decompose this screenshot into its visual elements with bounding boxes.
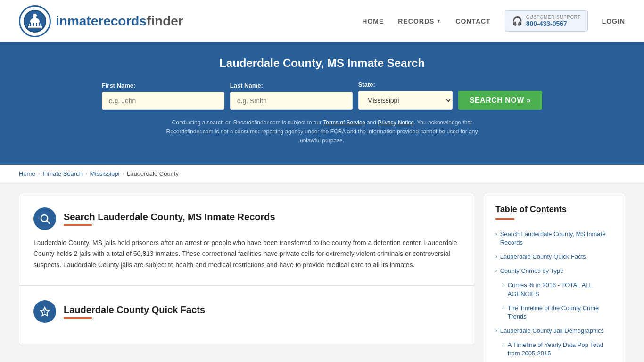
search-now-button[interactable]: SEARCH NOW »: [458, 91, 542, 110]
content-area: Search Lauderdale County, MS Inmate Reco…: [19, 193, 474, 362]
toc-link[interactable]: The Timeline of the County Crime Trends: [508, 304, 613, 321]
support-label: CUSTOMER SUPPORT: [526, 15, 581, 20]
quick-facts-header: ! Lauderdale County Quick Facts: [33, 300, 460, 323]
search-section-header: Search Lauderdale County, MS Inmate Reco…: [33, 207, 460, 230]
logo-icon: [19, 5, 51, 37]
sidebar: Table of Contents › Search Lauderdale Co…: [484, 193, 625, 362]
hero-section: Lauderdale County, MS Inmate Search Firs…: [0, 42, 644, 165]
login-button[interactable]: LOGIN: [602, 17, 625, 25]
first-name-label: First Name:: [102, 82, 224, 89]
toc-item: › Lauderdale County Quick Facts: [495, 250, 613, 264]
toc-chevron-icon: ›: [503, 342, 505, 347]
site-header: inmaterecordsfinder HOME RECORDS ▼ CONTA…: [0, 0, 644, 42]
toc-link[interactable]: Lauderdale County Quick Facts: [500, 253, 586, 261]
support-number: 800-433-0567: [526, 20, 581, 27]
toc-link[interactable]: Crimes % in 2016 - TOTAL ALL AGENCIES: [508, 281, 613, 298]
toc-link[interactable]: Lauderdale County Jail Demographics: [500, 327, 604, 335]
breadcrumb-home[interactable]: Home: [19, 170, 35, 177]
nav-home[interactable]: HOME: [362, 17, 384, 25]
toc-item: › County Crimes by Type: [495, 264, 613, 278]
breadcrumb-sep-3: ›: [122, 171, 124, 176]
quick-facts-title: Lauderdale County Quick Facts: [64, 304, 205, 315]
toc-chevron-icon: ›: [495, 268, 497, 273]
terms-link[interactable]: Terms of Service: [323, 119, 365, 126]
toc-link[interactable]: Search Lauderdale County, MS Inmate Reco…: [500, 230, 613, 247]
search-form: First Name: Last Name: State: Mississipp…: [19, 81, 625, 110]
toc-chevron-icon: ›: [503, 282, 505, 288]
toc-chevron-icon: ›: [503, 305, 505, 311]
toc-chevron-icon: ›: [495, 328, 497, 333]
search-section-underline: [64, 224, 92, 226]
breadcrumb-state[interactable]: Mississippi: [90, 170, 120, 177]
chevron-down-icon: ▼: [436, 18, 441, 24]
search-records-section: Search Lauderdale County, MS Inmate Reco…: [19, 193, 474, 286]
svg-point-6: [33, 14, 37, 17]
nav-contact[interactable]: CONTACT: [455, 17, 490, 25]
toc-chevron-icon: ›: [495, 254, 497, 259]
toc-link[interactable]: County Crimes by Type: [500, 267, 564, 275]
last-name-group: Last Name:: [230, 82, 353, 110]
toc-link[interactable]: A Timeline of Yearly Data Pop Total from…: [508, 341, 613, 358]
last-name-label: Last Name:: [230, 82, 353, 89]
logo-wordmark: inmaterecordsfinder: [56, 14, 183, 29]
main-nav: HOME RECORDS ▼ CONTACT 🎧 CUSTOMER SUPPOR…: [362, 10, 625, 32]
headset-icon: 🎧: [512, 16, 522, 26]
quick-facts-section: ! Lauderdale County Quick Facts: [19, 286, 474, 345]
state-label: State:: [358, 81, 453, 88]
search-section-title: Search Lauderdale County, MS Inmate Reco…: [64, 212, 275, 222]
last-name-input[interactable]: [230, 92, 353, 110]
hero-disclaimer: Conducting a search on Recordsfinder.com…: [157, 118, 487, 146]
breadcrumb-sep-2: ›: [85, 171, 87, 176]
quick-facts-icon: !: [33, 300, 56, 323]
search-section-body: Lauderdale County, MS jails hold prisone…: [33, 238, 460, 271]
breadcrumb: Home › Inmate Search › Mississippi › Lau…: [0, 165, 644, 183]
toc-item: › Search Lauderdale County, MS Inmate Re…: [495, 227, 613, 250]
quick-facts-underline: [64, 317, 92, 319]
toc-item: › Crimes % in 2016 - TOTAL ALL AGENCIES: [495, 278, 613, 301]
state-select[interactable]: Mississippi Alabama Alaska Arizona Calif…: [358, 91, 453, 110]
toc-divider: [495, 218, 514, 220]
toc-chevron-icon: ›: [495, 231, 497, 237]
logo[interactable]: inmaterecordsfinder: [19, 5, 183, 37]
search-icon: [33, 207, 56, 230]
toc-card: Table of Contents › Search Lauderdale Co…: [484, 193, 625, 362]
svg-rect-11: [28, 27, 42, 28]
svg-rect-10: [39, 23, 40, 26]
state-group: State: Mississippi Alabama Alaska Arizon…: [358, 81, 453, 110]
toc-title: Table of Contents: [495, 205, 613, 214]
breadcrumb-inmate-search[interactable]: Inmate Search: [42, 170, 83, 177]
customer-support-button[interactable]: 🎧 CUSTOMER SUPPORT 800-433-0567: [505, 10, 588, 32]
hero-title: Lauderdale County, MS Inmate Search: [19, 57, 625, 70]
toc-item: › Lauderdale County Jail Demographics: [495, 324, 613, 338]
first-name-input[interactable]: [102, 92, 224, 110]
main-content: Search Lauderdale County, MS Inmate Reco…: [0, 183, 644, 362]
privacy-link[interactable]: Privacy Notice: [378, 119, 414, 126]
first-name-group: First Name:: [102, 82, 224, 110]
breadcrumb-current: Lauderdale County: [127, 170, 179, 177]
svg-rect-8: [33, 23, 34, 26]
toc-list: › Search Lauderdale County, MS Inmate Re…: [495, 227, 613, 361]
svg-rect-7: [30, 23, 31, 26]
nav-records[interactable]: RECORDS ▼: [398, 17, 441, 25]
svg-line-13: [47, 221, 50, 223]
toc-item: › A Timeline of Yearly Data Pop Total fr…: [495, 338, 613, 361]
svg-text:!: !: [44, 309, 46, 314]
svg-rect-9: [36, 23, 37, 26]
toc-item: › The Timeline of the County Crime Trend…: [495, 301, 613, 324]
breadcrumb-sep-1: ›: [38, 171, 40, 176]
